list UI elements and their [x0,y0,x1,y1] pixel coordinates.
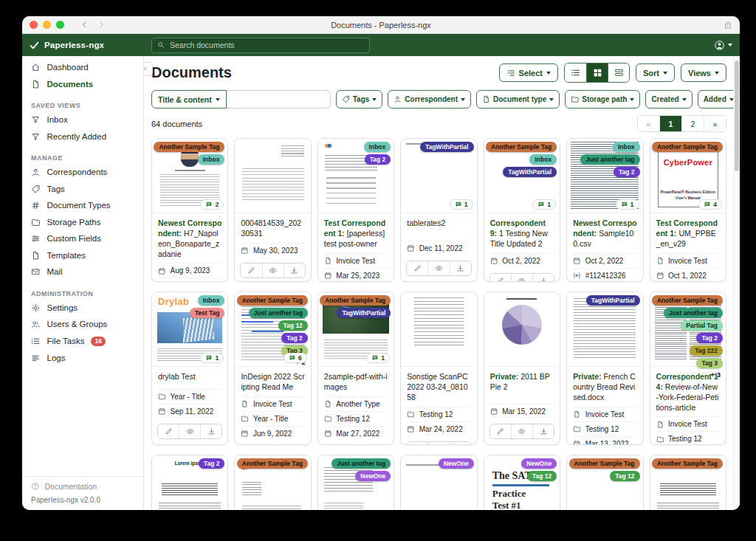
view-button[interactable] [262,263,284,278]
tag-inbox[interactable]: Inbox [529,154,557,165]
document-card[interactable]: InboxTag 2Test Correspondent 1: [paperle… [317,138,394,282]
comment-count-badge[interactable]: 6 [284,353,307,363]
tag-inbox[interactable]: Inbox [198,295,225,306]
correspondent-link[interactable]: Private: [573,372,603,381]
detail-calendar[interactable]: Mar 27, 2022 [324,426,388,441]
document-title[interactable]: InDesign 2022 Scripting Read Me [235,367,310,396]
tag-just-another-tag[interactable]: Just another tag [331,458,391,469]
tag-tag-3[interactable]: Tag 3 [696,358,723,368]
detail-folder[interactable]: Testing 12 [573,421,636,436]
detail-calendar[interactable]: Mar 13, 2022 [573,436,636,445]
detail-calendar[interactable]: Jun 9, 2022 [241,426,304,441]
tag-another-sample-tag[interactable]: Another Sample Tag [237,458,308,469]
tag-tag-222[interactable]: Tag 222 [690,345,723,356]
view-button[interactable] [511,424,532,438]
download-button[interactable] [532,424,554,438]
download-button[interactable] [284,263,305,278]
document-title[interactable]: Newest Correspondent: H7_Napoleon_Bonapa… [152,213,227,263]
tag-test-tag[interactable]: Test Tag [190,308,225,318]
sidebar-item-recently-added[interactable]: Recently Added [22,128,143,145]
tag-tag-12[interactable]: Tag 12 [527,471,557,481]
tag-just-another-tag[interactable]: Just another tag [664,308,723,318]
document-title[interactable]: drylab Test [152,367,227,386]
sidebar-item-tags[interactable]: Tags [22,181,143,198]
detail-calendar[interactable]: Oct 2, 2022 [490,253,554,268]
comment-count-badge[interactable]: 4 [698,199,722,210]
filter-button-created[interactable]: Created [645,90,692,108]
title-content-dropdown[interactable]: Title & content [151,90,227,108]
pagination-item-2[interactable]: 2 [681,116,704,131]
edit-button[interactable] [490,274,511,282]
filter-button-correspondent[interactable]: Correspondent [388,90,471,108]
document-title[interactable]: 0004814539_20230531 [235,213,310,243]
comment-count-badge[interactable]: 1 [616,199,639,210]
detail-folder[interactable]: Testing 12 [324,411,388,426]
sidebar-item-custom-fields[interactable]: Custom Fields [22,230,143,247]
document-card[interactable]: TagWithPartial1tablerates2Dec 11, 2022 [400,138,477,282]
detail-calendar[interactable]: Mar 15, 2022 [490,404,554,418]
tag-another-sample-tag[interactable]: Another Sample Tag [486,142,557,152]
tag-another-sample-tag[interactable]: Another Sample Tag [652,458,723,469]
sidebar-item-documents[interactable]: Documents [22,76,143,93]
tag-newone[interactable]: NewOne [355,471,391,481]
detail-file[interactable]: Another Type [324,396,388,411]
sidebar-item-dashboard[interactable]: Dashboard [22,59,143,76]
detail-asn[interactable]: #1999 [158,278,221,282]
detail-calendar[interactable]: Oct 1, 2022 [656,268,720,282]
document-thumbnail[interactable] [235,139,310,213]
share-icon[interactable] [724,21,732,30]
document-card[interactable]: DrylabInboxTest Tag1drylab TestYear - Ti… [151,292,228,445]
document-card[interactable]: InboxJust another tagTag 21Newest Corres… [566,138,643,282]
search-input[interactable] [168,40,364,50]
select-button[interactable]: Select [499,63,558,82]
comment-count-badge[interactable]: 1 [450,199,473,210]
download-button[interactable] [450,442,471,445]
document-title[interactable]: 2sample-pdf-with-images [318,367,394,396]
comment-count-badge[interactable]: 1 [366,353,390,363]
scrollbar-thumb[interactable] [735,61,739,171]
document-thumbnail[interactable] [401,292,476,366]
tag-inbox[interactable]: Inbox [198,154,225,165]
detail-calendar[interactable]: Mar 24, 2022 [407,421,470,436]
download-button[interactable] [532,274,554,282]
tag-tag-2[interactable]: Tag 2 [199,458,225,469]
view-button[interactable] [427,261,449,275]
tag-tag-2[interactable]: Tag 2 [365,154,391,165]
document-card[interactable]: The SATPracticeTest #1NewOneTag 12 [484,455,560,510]
document-card[interactable]: Another Sample TagJust another tagTag 12… [234,292,311,445]
edit-button[interactable] [241,263,261,278]
document-title[interactable]: Test Correspondent 1: UM_PPBE_en_v29 [650,213,726,253]
scrollbar[interactable] [733,56,740,510]
download-button[interactable] [450,261,471,275]
comment-count-badge[interactable]: 1 [532,199,556,210]
pagination-item-[interactable]: » [704,116,726,131]
tag-inbox[interactable]: Inbox [613,142,640,152]
tag-tag-2[interactable]: Tag 2 [696,333,723,343]
detail-file[interactable]: Invoice Test [241,396,304,411]
comment-count-badge[interactable]: 1 [200,353,224,363]
filter-button-tags[interactable]: Tags [336,90,383,108]
filter-button-storage-path[interactable]: Storage path [565,90,640,108]
views-button[interactable]: Views [681,63,726,82]
document-card[interactable]: Another Sample TagJust another tagPartia… [650,292,726,445]
tag-another-sample-tag[interactable]: Another Sample Tag [237,295,308,306]
tag-another-sample-tag[interactable]: Another Sample Tag [320,295,391,306]
detail-folder[interactable]: Year - Title [158,389,221,404]
document-card[interactable]: CyberPowerPowerPanel® Business EditionUs… [650,138,726,282]
user-menu[interactable] [714,40,732,51]
detail-calendar[interactable]: May 30, 2023 [241,243,304,258]
view-list-button[interactable] [565,63,586,82]
sidebar-item-mail[interactable]: Mail [22,263,143,280]
edit-button[interactable] [407,261,427,275]
sidebar-item-file-tasks[interactable]: File Tasks16 [22,333,143,350]
detail-folder[interactable]: Year - Title [241,411,304,426]
detail-calendar[interactable]: Sep 11, 2022 [158,404,221,418]
view-rows-button[interactable] [608,63,629,82]
document-title[interactable]: tablerates2 [401,213,476,232]
document-title[interactable]: Newest Correspondent: Sample100.csv [567,213,642,253]
document-title[interactable]: Private: 2011 BP Pie 2 [484,367,560,396]
sidebar-item-document-types[interactable]: Document Types [22,197,143,214]
view-button[interactable] [427,442,449,445]
sidebar-collapse-button[interactable]: « [144,62,153,76]
document-card[interactable]: Lorem ipsumTag 2 [151,455,228,510]
